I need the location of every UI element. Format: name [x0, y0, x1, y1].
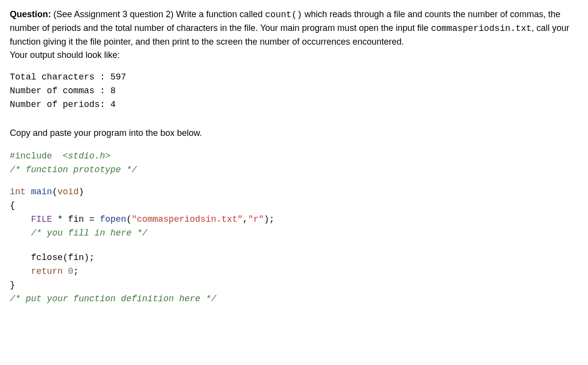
- void-keyword: void: [57, 187, 78, 197]
- question-paragraph: Question: (See Assignment 3 question 2) …: [10, 8, 578, 62]
- fclose-call: fclose(fin);: [31, 253, 95, 262]
- paren-open: (: [52, 187, 57, 197]
- code-template: #include <stdio.h> /* function prototype…: [10, 150, 578, 306]
- zero-literal: 0: [68, 266, 74, 276]
- fin-decl: * fin =: [52, 214, 99, 224]
- expected-output: Total characters : 597 Number of commas …: [10, 71, 578, 112]
- include-directive: #include: [10, 151, 57, 161]
- question-body-1: (See Assignment 3 question 2) Write a fu…: [51, 9, 265, 19]
- definition-comment: /* put your function definition here */: [10, 294, 216, 304]
- output-line-3: Number of periods: 4: [10, 100, 116, 109]
- right-brace: }: [10, 280, 15, 290]
- include-header: <stdio.h>: [57, 151, 110, 161]
- string-filename: "commasperiodsin.txt": [131, 214, 243, 224]
- question-filename: commasperiodsin.txt: [431, 24, 532, 33]
- int-keyword: int: [10, 187, 25, 197]
- file-type: FILE: [31, 214, 52, 224]
- question-fn-name: count(): [265, 10, 302, 20]
- question-label: Question:: [10, 9, 51, 19]
- output-line-2: Number of commas : 8: [10, 86, 116, 96]
- question-tail: Your output should look like:: [10, 50, 120, 60]
- instruction-text: Copy and paste your program into the box…: [10, 127, 578, 140]
- left-brace: {: [10, 201, 15, 210]
- fopen-fn: fopen: [100, 214, 126, 224]
- string-mode: "r": [248, 214, 264, 224]
- return-keyword: return: [31, 266, 63, 276]
- paren-close: ): [78, 187, 84, 197]
- fill-comment: /* you fill in here */: [31, 228, 147, 238]
- main-function: main: [25, 187, 52, 197]
- output-line-1: Total characters : 597: [10, 72, 126, 82]
- prototype-comment: /* function prototype */: [10, 165, 137, 175]
